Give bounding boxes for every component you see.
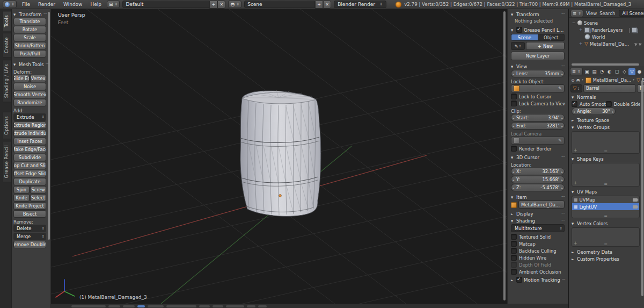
viewport-header-button[interactable] <box>247 305 255 307</box>
cursor-x-field[interactable]: X: 32.163' <box>511 168 565 175</box>
panel-header-motion-tracking[interactable]: Motion Tracking <box>511 276 565 283</box>
loop-cut-button[interactable]: Loop Cut and Slide <box>13 162 46 169</box>
clip-start-field[interactable]: Start: 3.94' <box>511 114 565 121</box>
hidden-wire-checkbox[interactable] <box>511 255 517 261</box>
lens-slider[interactable]: Lens: 35mm <box>511 70 565 77</box>
breadcrumb-object[interactable]: MetalBarrel_Da... <box>593 77 631 83</box>
vertex-groups-list[interactable]: + = <box>572 131 640 154</box>
close-scene-button[interactable]: ✕ <box>323 1 331 9</box>
ambient-occlusion-checkbox[interactable] <box>511 269 517 275</box>
outliner-hscrollbar[interactable] <box>572 63 639 66</box>
tab-create[interactable]: Create <box>3 33 11 58</box>
screen-layout-selector[interactable]: Default <box>122 1 209 8</box>
vertex-colors-list[interactable]: + = <box>572 227 640 247</box>
list-resize-grip[interactable]: = <box>604 213 608 218</box>
close-layout-button[interactable]: ✕ <box>217 1 225 9</box>
list-resize-grip[interactable]: = <box>604 242 608 247</box>
scale-button[interactable]: Scale <box>13 34 46 41</box>
extrude-individual-button[interactable]: Extrude Individual <box>13 130 46 137</box>
translate-button[interactable]: Translate <box>13 18 46 25</box>
motion-tracking-checkbox[interactable] <box>516 277 522 283</box>
shape-keys-list[interactable]: + = <box>572 163 640 187</box>
tab-render-layers-icon[interactable]: ▤ <box>591 68 598 75</box>
vertex-slide-button[interactable]: Vertex <box>30 75 46 82</box>
gp-datablock-menu[interactable]: ✎ <box>511 42 525 50</box>
tab-tools[interactable]: Tools <box>3 11 11 31</box>
slide-edge-button[interactable]: Slide Ed <box>13 75 30 82</box>
knife-button[interactable]: Knife <box>13 194 30 202</box>
expander-icon[interactable]: + <box>579 41 583 46</box>
gp-source-object[interactable]: Object <box>538 34 565 41</box>
mesh-datablock-menu[interactable]: ▽ <box>570 84 582 92</box>
panel-header-shape-keys[interactable]: Shape Keys <box>572 155 640 162</box>
auto-smooth-row[interactable]: Auto Smooth <box>572 101 606 108</box>
list-resize-grip[interactable]: = <box>604 149 608 154</box>
matcap-row[interactable]: Matcap <box>511 240 565 247</box>
menu-help[interactable]: Help <box>87 2 104 7</box>
panel-header-shading[interactable]: Shading <box>511 217 565 224</box>
tab-material-icon[interactable]: ● <box>636 68 643 75</box>
outliner-row-scene[interactable]: − Scene <box>572 19 643 26</box>
render-camera-icon[interactable] <box>633 205 638 209</box>
render-camera-icon[interactable] <box>633 198 638 202</box>
delete-menu[interactable]: Delete <box>13 225 46 232</box>
knife-select-button[interactable]: Select <box>30 194 46 202</box>
viewport-3d[interactable]: User Persp Feet (1) MetalBarrel_Damaged_… <box>51 9 507 304</box>
tab-object-data-icon[interactable]: ▽ <box>628 68 635 75</box>
editor-type-button-outliner[interactable]: ≡ <box>570 10 583 17</box>
bisect-button[interactable]: Bisect <box>13 210 46 218</box>
panel-header-geometry-data[interactable]: Geometry Data <box>572 248 640 255</box>
tab-render-icon[interactable]: ▣ <box>583 68 590 75</box>
uv-map-row-lightuv[interactable]: ▦ LightUV <box>572 203 639 210</box>
tab-shading-uvs[interactable]: Shading / UVs <box>3 60 11 102</box>
viewport-header-button[interactable] <box>148 305 164 307</box>
viewport-header-button[interactable] <box>137 305 145 307</box>
viewport-header-button[interactable] <box>199 305 210 307</box>
list-add-icon[interactable]: + <box>574 148 577 153</box>
item-name-field[interactable]: MetalBarrel_Dama... <box>518 200 565 209</box>
rotate-button[interactable]: Rotate <box>13 26 46 33</box>
outliner-row-world[interactable]: World <box>572 33 643 40</box>
tab-object-icon[interactable]: ▢ <box>613 68 620 75</box>
toolshelf-scrollbar[interactable] <box>48 12 50 240</box>
npanel-scrollbar[interactable] <box>503 11 506 300</box>
gp-source-scene[interactable]: Scene <box>511 34 538 41</box>
render-layer-toggle-icon[interactable] <box>632 27 637 33</box>
subdivide-button[interactable]: Subdivide <box>13 154 46 161</box>
eyedropper-icon[interactable]: ✎ <box>558 86 562 91</box>
double-sided-checkbox[interactable] <box>606 101 612 107</box>
panel-header-3d-cursor[interactable]: 3D Cursor <box>511 154 565 161</box>
clip-end-field[interactable]: End: 3281' <box>511 122 565 130</box>
restrict-render-icon[interactable] <box>639 42 642 46</box>
tab-world-icon[interactable]: ◐ <box>606 68 613 75</box>
expander-icon[interactable]: + <box>579 27 583 32</box>
tab-options[interactable]: Options <box>3 112 11 139</box>
viewport-header-button[interactable] <box>71 305 106 307</box>
knife-project-button[interactable]: Knife Project <box>13 202 46 210</box>
local-camera-field[interactable]: ✎ <box>511 137 565 145</box>
cursor-z-field[interactable]: Z: -5.4578' <box>511 184 565 191</box>
menu-file[interactable]: File <box>19 2 33 7</box>
tab-scene-icon[interactable]: ◔ <box>598 68 605 75</box>
duplicate-button[interactable]: Duplicate <box>13 178 46 185</box>
viewport-header-button[interactable] <box>258 305 267 307</box>
auto-smooth-checkbox[interactable] <box>572 101 577 107</box>
lock-to-cursor-checkbox[interactable] <box>511 94 517 99</box>
properties-scrollbar[interactable] <box>641 80 643 296</box>
tab-grease-pencil[interactable]: Grease Pencil <box>3 141 11 182</box>
restrict-select-icon[interactable] <box>634 42 638 46</box>
screw-button[interactable]: Screw <box>30 186 46 194</box>
extrude-region-button[interactable]: Extrude Region <box>13 121 46 129</box>
add-scene-button[interactable]: + <box>315 1 323 9</box>
extrude-menu[interactable]: Extrude <box>13 113 46 121</box>
matcap-checkbox[interactable] <box>511 241 517 247</box>
smooth-vertex-button[interactable]: Smooth Vertex <box>13 91 46 98</box>
lock-camera-checkbox[interactable] <box>511 101 517 106</box>
textured-solid-row[interactable]: Textured Solid <box>511 233 565 240</box>
lock-camera-row[interactable]: Lock Camera to View <box>511 100 565 107</box>
panel-header-custom-properties[interactable]: Custom Properties <box>572 255 640 262</box>
spin-button[interactable]: Spin <box>13 186 30 194</box>
editor-type-button-properties[interactable]: ≡ <box>570 68 583 75</box>
viewport-header-button[interactable] <box>226 305 244 307</box>
editor-type-button-info[interactable]: i <box>3 1 17 8</box>
